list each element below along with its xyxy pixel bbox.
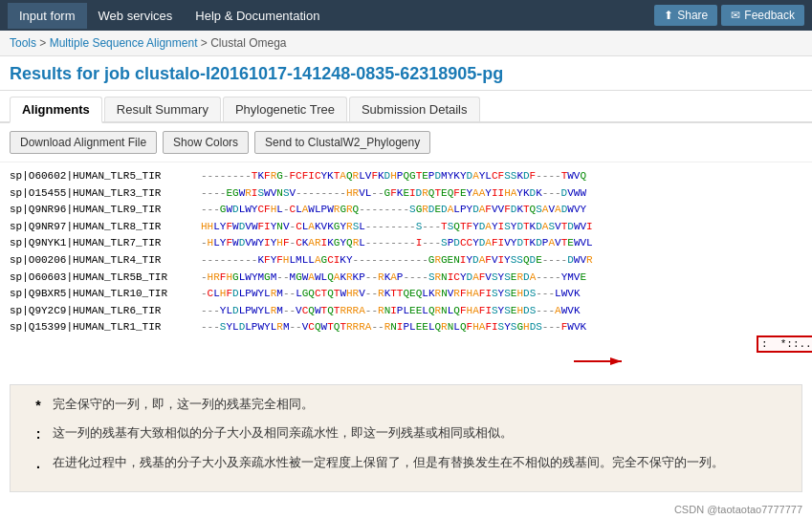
seq-id-7: sp|O60603|HUMAN_TLR5B_TIR [10, 270, 201, 287]
seq-data-4: HHLYFWDVWFIYNV-CLAKVKGYRSL--------S---TS… [201, 219, 593, 236]
seq-row-9: sp|Q9Y2C9|HUMAN_TLR6_TIR ---YLDLPWYLRM--… [10, 303, 802, 320]
seq-data-8: -CLHFDLPWYLRM--LGQCTQTWHRV--RKTTQEQLKRNV… [201, 286, 581, 303]
seq-data-1: --------TKFRG-FCFICYKTAQRLVFKDHPQGTEPDMY… [201, 168, 586, 185]
share-button[interactable]: ⬆ Share [654, 5, 717, 26]
top-navbar: Input form Web services Help & Documenta… [0, 0, 812, 31]
share-icon: ⬆ [664, 9, 673, 22]
legend-item-3: . 在进化过程中，残基的分子大小及亲疏水性被一定程度上保留了，但是有替换发生在不… [24, 453, 788, 474]
seq-row-3: sp|Q9NR96|HUMAN_TLR9_TIR ---GWDLWYCFHL-C… [10, 202, 802, 219]
seq-row-5: sp|Q9NYK1|HUMAN_TLR7_TIR -HLYFWDVWYIYHF-… [10, 235, 802, 252]
consensus-highlight: : *::.. : ** [757, 335, 812, 353]
tab-submission-details[interactable]: Submission Details [349, 97, 480, 121]
page-title: Results for job clustalo-I20161017-14124… [0, 56, 812, 91]
tab-phylogenetic-tree[interactable]: Phylogenetic Tree [223, 97, 347, 121]
legend-symbol-star: * [24, 395, 53, 416]
seq-row-6: sp|O00206|HUMAN_TLR4_TIR ---------KFYFHL… [10, 252, 802, 270]
seq-id-2: sp|O15455|HUMAN_TLR3_TIR [10, 185, 201, 203]
feedback-button[interactable]: ✉ Feedback [721, 5, 804, 26]
seq-row-2: sp|O15455|HUMAN_TLR3_TIR ----EGWRISWVNSV… [10, 185, 802, 203]
seq-data-5: -HLYFWDVWYIYHF-CKARIKGYQRL--------I---SP… [201, 235, 593, 252]
breadcrumb: Tools > Multiple Sequence Alignment > Cl… [0, 31, 812, 56]
seq-id-9: sp|Q9Y2C9|HUMAN_TLR6_TIR [10, 303, 201, 320]
nav-input-form[interactable]: Input form [8, 3, 87, 29]
seq-row-1: sp|O60602|HUMAN_TLR5_TIR --------TKFRG-F… [10, 168, 802, 185]
nav-help[interactable]: Help & Documentation [184, 3, 331, 29]
seq-row-7: sp|O60603|HUMAN_TLR5B_TIR -HRFHGLWYMGM--… [10, 270, 802, 287]
seq-id-1: sp|O60602|HUMAN_TLR5_TIR [10, 168, 201, 185]
seq-id-6: sp|O00206|HUMAN_TLR4_TIR [10, 252, 201, 270]
legend-text-star: 完全保守的一列，即，这一列的残基完全相同。 [53, 395, 314, 415]
show-colors-button[interactable]: Show Colors [163, 131, 249, 154]
legend-text-dot: 在进化过程中，残基的分子大小及亲疏水性被一定程度上保留了，但是有替换发生在不相似… [53, 453, 724, 473]
seq-data-7: -HRFHGLWYMGM--MGWAWLQAKRKP--RKAP----SRNI… [201, 270, 586, 287]
seq-row-10: sp|Q15399|HUMAN_TLR1_TIR ---SYLDLPWYLRM-… [10, 319, 802, 336]
breadcrumb-tools[interactable]: Tools [10, 36, 36, 50]
legend-item-2: : 这一列的残基有大致相似的分子大小及相同亲疏水性，即这一列残基或相同或相似。 [24, 423, 788, 444]
legend-item-1: * 完全保守的一列，即，这一列的残基完全相同。 [24, 395, 788, 416]
alignment-area: sp|O60602|HUMAN_TLR5_TIR --------TKFRG-F… [0, 162, 812, 377]
seq-row-8: sp|Q9BXR5|HUMAN_TLR10_TIR -CLHFDLPWYLRM-… [10, 286, 802, 303]
download-alignment-button[interactable]: Download Alignment File [10, 131, 157, 154]
consensus-row: : *::.. : ** [10, 338, 802, 350]
seq-id-4: sp|Q9NR97|HUMAN_TLR8_TIR [10, 219, 201, 236]
legend-symbol-dot: . [24, 453, 53, 474]
consensus-spacer [10, 338, 201, 350]
breadcrumb-msa[interactable]: Multiple Sequence Alignment [50, 36, 198, 50]
send-to-clustalw2-button[interactable]: Send to ClustalW2_Phylogeny [254, 131, 430, 154]
seq-id-5: sp|Q9NYK1|HUMAN_TLR7_TIR [10, 235, 201, 252]
seq-row-4: sp|Q9NR97|HUMAN_TLR8_TIR HHLYFWDVWFIYNV-… [10, 219, 802, 236]
tabs-row: Alignments Result Summary Phylogenetic T… [0, 91, 812, 123]
legend-area: * 完全保守的一列，即，这一列的残基完全相同。 : 这一列的残基有大致相似的分子… [10, 384, 802, 492]
legend-text-colon: 这一列的残基有大致相似的分子大小及相同亲疏水性，即这一列残基或相同或相似。 [53, 423, 513, 443]
breadcrumb-current: Clustal Omega [210, 36, 286, 50]
nav-web-services[interactable]: Web services [87, 3, 185, 29]
arrow-indicator [574, 352, 802, 371]
tab-alignments[interactable]: Alignments [10, 97, 102, 123]
seq-id-8: sp|Q9BXR5|HUMAN_TLR10_TIR [10, 286, 201, 303]
seq-data-10: ---SYLDLPWYLRM--VCQWTQTRRRA--RNIPLEELQRN… [201, 319, 586, 336]
consensus-data: : *::.. : ** [201, 338, 812, 350]
seq-data-6: ---------KFYFHLMLLAGCIKY------------GRGE… [201, 252, 593, 270]
nav-right-actions: ⬆ Share ✉ Feedback [654, 5, 804, 26]
tab-result-summary[interactable]: Result Summary [104, 97, 221, 121]
legend-symbol-colon: : [24, 423, 53, 444]
seq-data-2: ----EGWRISWVNSV--------HRVL--GFKEIDRQTEQ… [201, 185, 586, 203]
red-arrow-icon [574, 352, 631, 371]
seq-id-10: sp|Q15399|HUMAN_TLR1_TIR [10, 319, 201, 336]
watermark: CSDN @taotaotao7777777 [0, 500, 812, 519]
seq-data-9: ---YLDLPWYLRM--VCQWTQTRRRA--RNIPLEELQRNL… [201, 303, 581, 320]
seq-id-3: sp|Q9NR96|HUMAN_TLR9_TIR [10, 202, 201, 219]
action-buttons-row: Download Alignment File Show Colors Send… [0, 123, 812, 162]
feedback-icon: ✉ [731, 9, 740, 22]
seq-data-3: ---GWDLWYCFHL-CLAWLPWRGRQ--------SGRDEDA… [201, 202, 586, 219]
